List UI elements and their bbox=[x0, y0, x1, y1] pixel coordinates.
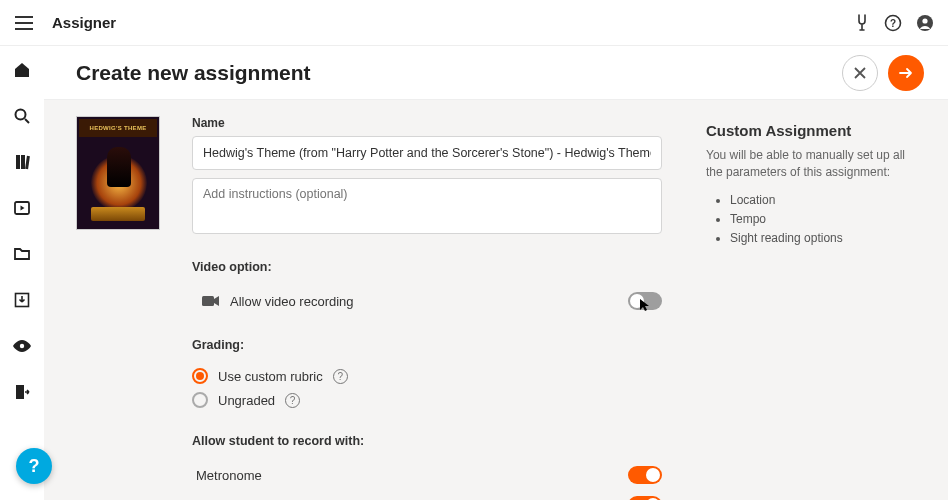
close-icon bbox=[854, 67, 866, 79]
side-info-desc: You will be able to manually set up all … bbox=[706, 147, 918, 181]
app-title: Assigner bbox=[52, 14, 116, 31]
allow-video-row: Allow video recording bbox=[192, 286, 662, 316]
svg-point-4 bbox=[16, 110, 26, 120]
hamburger-icon bbox=[15, 16, 33, 30]
grading-label: Grading: bbox=[192, 338, 662, 352]
side-info-bullet: Tempo bbox=[730, 210, 918, 229]
side-info-title: Custom Assignment bbox=[706, 122, 918, 139]
help-icon-ungraded[interactable]: ? bbox=[285, 393, 300, 408]
record-with-label: Allow student to record with: bbox=[192, 434, 662, 448]
page-header: Create new assignment bbox=[44, 46, 948, 100]
tuning-fork-icon[interactable] bbox=[854, 14, 870, 32]
svg-text:?: ? bbox=[890, 18, 896, 29]
nav-assign[interactable] bbox=[10, 288, 34, 312]
side-info-bullet: Sight reading options bbox=[730, 229, 918, 248]
svg-point-10 bbox=[20, 344, 24, 348]
nav-home[interactable] bbox=[10, 58, 34, 82]
metronome-label: Metronome bbox=[196, 468, 628, 483]
name-label: Name bbox=[192, 116, 662, 130]
name-input[interactable] bbox=[192, 136, 662, 170]
nav-library[interactable] bbox=[10, 150, 34, 174]
allow-video-toggle[interactable] bbox=[628, 292, 662, 310]
side-info-bullet: Location bbox=[730, 191, 918, 210]
close-button[interactable] bbox=[842, 55, 878, 91]
account-icon[interactable] bbox=[916, 14, 934, 32]
poster-heading: HEDWIG'S THEME bbox=[79, 119, 157, 137]
svg-rect-7 bbox=[25, 156, 30, 169]
svg-point-3 bbox=[922, 18, 927, 23]
metronome-toggle[interactable] bbox=[628, 466, 662, 484]
grading-option-custom: Use custom rubric ? bbox=[192, 364, 662, 388]
instructions-input[interactable] bbox=[192, 178, 662, 234]
svg-rect-11 bbox=[16, 385, 24, 399]
video-camera-icon bbox=[202, 295, 220, 307]
sidebar bbox=[0, 46, 44, 500]
video-play-icon bbox=[13, 199, 31, 217]
nav-exit[interactable] bbox=[10, 380, 34, 404]
accompaniment-row: Accompaniment bbox=[192, 490, 662, 500]
svg-rect-6 bbox=[21, 155, 25, 169]
allow-video-label: Allow video recording bbox=[230, 294, 628, 309]
assignment-thumbnail: HEDWIG'S THEME bbox=[76, 116, 160, 230]
metronome-row: Metronome bbox=[192, 460, 662, 490]
book-icon bbox=[13, 153, 31, 171]
help-icon[interactable]: ? bbox=[884, 14, 902, 32]
door-exit-icon bbox=[13, 383, 31, 401]
eye-icon bbox=[12, 339, 32, 353]
side-info-panel: Custom Assignment You will be able to ma… bbox=[692, 100, 940, 500]
help-icon-rubric[interactable]: ? bbox=[333, 369, 348, 384]
video-option-label: Video option: bbox=[192, 260, 662, 274]
home-icon bbox=[13, 61, 31, 79]
nav-folder[interactable] bbox=[10, 242, 34, 266]
top-bar: Assigner ? bbox=[0, 0, 948, 46]
next-button[interactable] bbox=[888, 55, 924, 91]
arrow-right-icon bbox=[899, 67, 913, 79]
radio-ungraded[interactable] bbox=[192, 392, 208, 408]
nav-video[interactable] bbox=[10, 196, 34, 220]
grading-option-ungraded: Ungraded ? bbox=[192, 388, 662, 412]
svg-rect-5 bbox=[16, 155, 20, 169]
nav-search[interactable] bbox=[10, 104, 34, 128]
radio-ungraded-label: Ungraded bbox=[218, 393, 275, 408]
radio-custom-rubric-label: Use custom rubric bbox=[218, 369, 323, 384]
accompaniment-toggle[interactable] bbox=[628, 496, 662, 500]
arrow-down-box-icon bbox=[13, 291, 31, 309]
folder-icon bbox=[13, 245, 31, 263]
search-icon bbox=[13, 107, 31, 125]
nav-visibility[interactable] bbox=[10, 334, 34, 358]
help-fab[interactable]: ? bbox=[16, 448, 52, 484]
radio-custom-rubric[interactable] bbox=[192, 368, 208, 384]
assignment-form: Name Video option: Allow video recording… bbox=[172, 100, 692, 500]
menu-button[interactable] bbox=[10, 9, 38, 37]
page-title: Create new assignment bbox=[76, 61, 311, 85]
svg-rect-12 bbox=[202, 296, 214, 306]
